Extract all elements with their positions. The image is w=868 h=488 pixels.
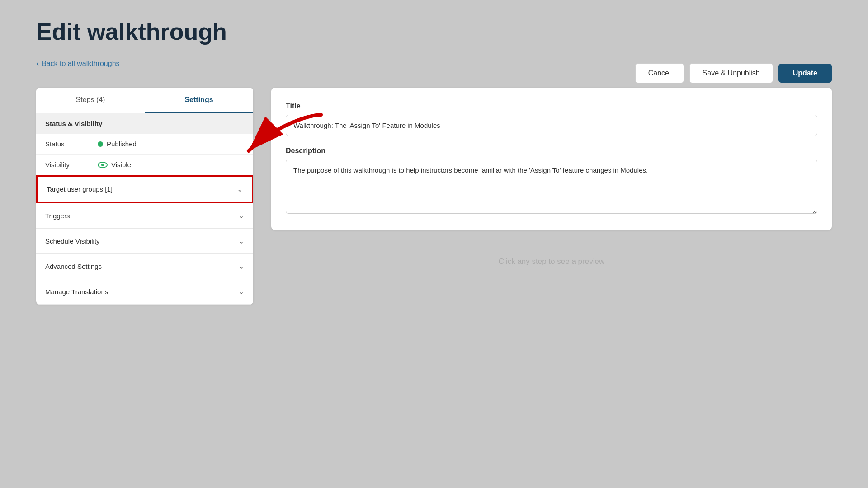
triggers-header[interactable]: Triggers ⌄: [36, 203, 253, 228]
manage-translations-label: Manage Translations: [45, 288, 108, 296]
cancel-button[interactable]: Cancel: [635, 63, 684, 83]
svg-point-1: [101, 164, 104, 166]
advanced-settings-header[interactable]: Advanced Settings ⌄: [36, 254, 253, 279]
advanced-settings-label: Advanced Settings: [45, 263, 102, 270]
target-user-groups-label: Target user groups [1]: [47, 185, 113, 193]
visibility-row: Visibility Visible: [36, 155, 253, 175]
tab-settings[interactable]: Settings: [145, 88, 253, 113]
save-unpublish-button[interactable]: Save & Unpublish: [689, 63, 773, 83]
visibility-value: Visible: [98, 161, 131, 169]
description-textarea[interactable]: [286, 160, 817, 214]
description-label: Description: [286, 147, 817, 155]
status-text: Published: [107, 140, 137, 148]
visibility-eye-icon: [98, 162, 108, 168]
accordion-manage-translations: Manage Translations ⌄: [36, 279, 253, 305]
accordion-advanced-settings: Advanced Settings ⌄: [36, 254, 253, 279]
chevron-down-icon: ⌄: [238, 237, 244, 245]
status-value: Published: [98, 140, 137, 148]
chevron-down-icon: ⌄: [238, 262, 244, 271]
status-row: Status Published: [36, 134, 253, 155]
chevron-down-icon: ⌄: [238, 287, 244, 296]
visibility-text: Visible: [111, 161, 131, 169]
back-chevron-icon: ‹: [36, 59, 39, 68]
target-user-groups-header[interactable]: Target user groups [1] ⌄: [36, 175, 253, 203]
page-title: Edit walkthrough: [36, 18, 832, 45]
right-panel: Title Description Click any step to see …: [271, 88, 832, 275]
accordion-triggers: Triggers ⌄: [36, 203, 253, 229]
chevron-down-icon: ⌄: [237, 185, 243, 193]
schedule-visibility-label: Schedule Visibility: [45, 237, 100, 245]
back-label: Back to all walkthroughs: [42, 60, 120, 68]
update-button[interactable]: Update: [778, 64, 832, 83]
tab-bar: Steps (4) Settings: [36, 88, 253, 113]
title-label: Title: [286, 102, 817, 110]
status-label: Status: [45, 140, 90, 148]
manage-translations-header[interactable]: Manage Translations ⌄: [36, 279, 253, 304]
accordion-schedule-visibility: Schedule Visibility ⌄: [36, 229, 253, 254]
status-dot-icon: [98, 141, 103, 147]
form-content: Title Description: [271, 88, 832, 230]
schedule-visibility-header[interactable]: Schedule Visibility ⌄: [36, 229, 253, 253]
visibility-label: Visibility: [45, 161, 90, 169]
chevron-down-icon: ⌄: [238, 211, 244, 220]
accordion-target-user-groups: Target user groups [1] ⌄: [36, 175, 253, 203]
left-panel: Steps (4) Settings Status & Visibility S…: [36, 88, 253, 305]
preview-hint: Click any step to see a preview: [271, 248, 832, 275]
back-link[interactable]: ‹ Back to all walkthroughs: [36, 59, 635, 68]
status-visibility-header: Status & Visibility: [36, 113, 253, 134]
title-input[interactable]: [286, 115, 817, 136]
tab-steps[interactable]: Steps (4): [36, 88, 145, 113]
triggers-label: Triggers: [45, 212, 70, 220]
